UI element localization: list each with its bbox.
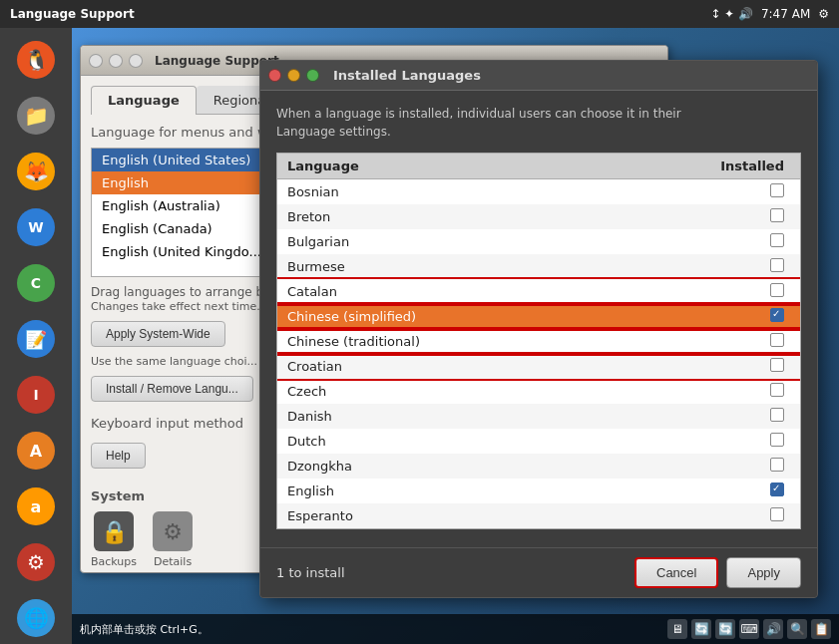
bottom-icon-clipboard[interactable]: 📋 — [811, 619, 831, 639]
table-row[interactable]: English — [277, 479, 800, 503]
help-button[interactable]: Help — [91, 443, 146, 469]
impress-icon: I — [17, 376, 55, 414]
table-row[interactable]: Croatian — [277, 354, 800, 379]
sidebar-item-calc[interactable]: C — [9, 257, 63, 309]
bottom-icon-monitor[interactable]: 🖥 — [667, 619, 687, 639]
lang-installed-cell[interactable] — [607, 254, 800, 279]
table-row[interactable]: Burmese — [277, 254, 800, 279]
bulgarian-checkbox[interactable] — [770, 233, 784, 247]
lang-name-cell: Burmese — [277, 254, 607, 279]
taskbar-settings-icon[interactable]: ⚙ — [818, 7, 829, 21]
lang-installed-cell[interactable] — [607, 379, 800, 404]
lang-installed-cell[interactable] — [607, 479, 800, 503]
dialog-close-button[interactable] — [268, 69, 281, 82]
window-maximize-button[interactable] — [129, 54, 143, 68]
install-remove-button[interactable]: Install / Remove Langu... — [91, 376, 253, 402]
croatian-checkbox[interactable] — [770, 358, 784, 372]
lang-installed-cell[interactable] — [607, 454, 800, 479]
details-icon-item[interactable]: ⚙ Details — [153, 511, 193, 568]
dialog-maximize-button[interactable] — [306, 69, 319, 82]
apply-system-wide-button[interactable]: Apply System-Wide — [91, 321, 225, 347]
sidebar-item-writer2[interactable]: 📝 — [9, 313, 63, 365]
sidebar-item-firefox[interactable]: 🦊 — [9, 146, 63, 197]
lang-installed-cell[interactable] — [607, 404, 800, 429]
files-icon: 📁 — [17, 97, 55, 135]
dialog-minimize-button[interactable] — [287, 69, 300, 82]
table-row[interactable]: Chinese (simplified) — [277, 304, 800, 329]
backups-icon: 🔒 — [94, 511, 134, 551]
burmese-checkbox[interactable] — [770, 258, 784, 272]
fonts-icon: A — [17, 432, 55, 470]
col-language-header: Language — [277, 154, 607, 179]
taskbar-right: ↕ ✦ 🔊 7:47 AM ⚙ — [710, 7, 829, 21]
apply-button[interactable]: Apply — [726, 557, 801, 588]
sidebar: 🐧 📁 🦊 W C 📝 I A a ⚙ 🌐 — [0, 28, 72, 644]
sidebar-item-files[interactable]: 📁 — [9, 90, 63, 142]
bottom-icon-refresh2[interactable]: 🔄 — [715, 619, 735, 639]
table-row[interactable]: Czech — [277, 379, 800, 404]
table-row[interactable]: Bulgarian — [277, 229, 800, 254]
window-close-button[interactable] — [89, 54, 103, 68]
breton-checkbox[interactable] — [770, 208, 784, 222]
bottom-icon-search[interactable]: 🔍 — [787, 619, 807, 639]
catalan-checkbox[interactable] — [770, 283, 784, 297]
bottom-icon-refresh1[interactable]: 🔄 — [691, 619, 711, 639]
dutch-checkbox[interactable] — [770, 433, 784, 447]
sidebar-item-fonts[interactable]: A — [9, 425, 63, 477]
system-settings-icon: ⚙ — [17, 543, 55, 581]
english-checkbox[interactable] — [770, 483, 784, 496]
chinese_(simplified)-checkbox[interactable] — [770, 308, 784, 322]
lang-installed-cell[interactable] — [607, 279, 800, 304]
lang-installed-cell[interactable] — [607, 429, 800, 454]
lang-installed-cell[interactable] — [607, 179, 800, 205]
table-row[interactable]: Bosnian — [277, 179, 800, 205]
taskbar-icons: ↕ ✦ 🔊 — [710, 7, 753, 21]
lang-installed-cell[interactable] — [607, 503, 800, 528]
backups-icon-item[interactable]: 🔒 Backups — [91, 511, 137, 568]
network-icon: 🌐 — [17, 599, 55, 637]
col-installed-header: Installed — [607, 154, 800, 179]
lang-installed-cell[interactable] — [607, 229, 800, 254]
lang-installed-cell[interactable] — [607, 329, 800, 354]
danish-checkbox[interactable] — [770, 408, 784, 422]
sidebar-item-impress[interactable]: I — [9, 369, 63, 421]
dzongkha-checkbox[interactable] — [770, 458, 784, 472]
sidebar-item-writer[interactable]: W — [9, 201, 63, 253]
table-row[interactable]: Chinese (traditional) — [277, 329, 800, 354]
sidebar-item-amazon[interactable]: a — [9, 481, 63, 532]
lang-installed-cell[interactable] — [607, 354, 800, 379]
cancel-button[interactable]: Cancel — [634, 557, 718, 588]
sidebar-item-ubuntu[interactable]: 🐧 — [9, 34, 63, 86]
lang-name-cell: Esperanto — [277, 503, 607, 528]
writer2-icon: 📝 — [17, 320, 55, 358]
lang-name-cell: Croatian — [277, 354, 607, 379]
lang-name-cell: Breton — [277, 204, 607, 229]
footer-info: 1 to install — [276, 565, 345, 580]
lang-installed-cell[interactable] — [607, 304, 800, 329]
languages-table: Language Installed BosnianBretonBulgaria… — [277, 154, 800, 528]
window-minimize-button[interactable] — [109, 54, 123, 68]
table-row[interactable]: Breton — [277, 204, 800, 229]
lang-installed-cell[interactable] — [607, 204, 800, 229]
table-row[interactable]: Catalan — [277, 279, 800, 304]
lang-name-cell: Bosnian — [277, 179, 607, 205]
czech-checkbox[interactable] — [770, 383, 784, 397]
esperanto-checkbox[interactable] — [770, 507, 784, 521]
bosnian-checkbox[interactable] — [770, 183, 784, 197]
bottom-bar-text: 机内部单击或按 Ctrl+G。 — [80, 622, 209, 637]
tab-language[interactable]: Language — [91, 86, 197, 115]
amazon-icon: a — [17, 487, 55, 525]
table-row[interactable]: Dzongkha — [277, 454, 800, 479]
sidebar-item-settings[interactable]: ⚙ — [9, 536, 63, 588]
languages-table-container[interactable]: Language Installed BosnianBretonBulgaria… — [276, 153, 801, 529]
table-row[interactable]: Esperanto — [277, 503, 800, 528]
bottom-icon-keyboard[interactable]: ⌨ — [739, 619, 759, 639]
table-row[interactable]: Dutch — [277, 429, 800, 454]
table-row[interactable]: Danish — [277, 404, 800, 429]
bottom-icon-sound[interactable]: 🔊 — [763, 619, 783, 639]
chinese_(traditional)-checkbox[interactable] — [770, 333, 784, 347]
calc-icon: C — [17, 264, 55, 302]
sidebar-item-network[interactable]: 🌐 — [9, 592, 63, 644]
bottom-taskbar: 机内部单击或按 Ctrl+G。 🖥 🔄 🔄 ⌨ 🔊 🔍 📋 — [72, 614, 839, 644]
writer-icon: W — [17, 208, 55, 246]
